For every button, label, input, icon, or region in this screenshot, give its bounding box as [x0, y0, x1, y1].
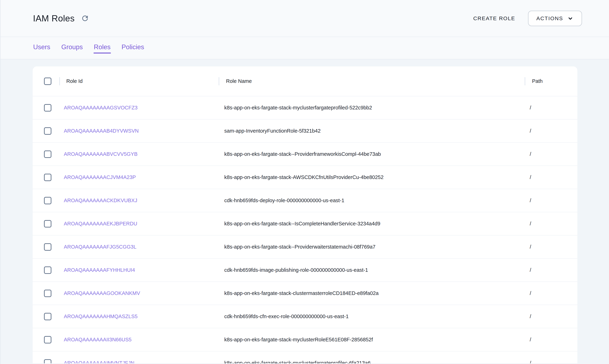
role-name-cell: sam-app-InventoryFunctionRole-5f321b42: [219, 119, 525, 143]
tab-roles[interactable]: Roles: [94, 42, 111, 53]
role-id-link[interactable]: AROAQAAAAAAAFJG5CGG3L: [64, 244, 136, 250]
role-path-cell: /: [525, 351, 577, 363]
column-header-path: Path: [525, 66, 577, 96]
role-name-cell: k8s-app-on-eks-fargate-stack--Providerwa…: [219, 235, 525, 259]
tab-policies[interactable]: Policies: [122, 42, 144, 53]
role-path-cell: /: [525, 282, 577, 305]
row-checkbox[interactable]: [44, 359, 51, 363]
create-role-button[interactable]: CREATE ROLE: [471, 11, 517, 26]
table-row: AROAQAAAAAAAGOOKANKMV k8s-app-on-eks-far…: [33, 282, 577, 305]
role-id-link[interactable]: AROAQAAAAAAAEKJBPERDU: [64, 221, 137, 226]
row-checkbox[interactable]: [44, 127, 51, 135]
role-id-link[interactable]: AROAQAAAAAAAGOOKANKMV: [64, 290, 140, 296]
role-id-link[interactable]: AROAQAAAAAAAIMVNTJFJN: [64, 360, 134, 364]
row-checkbox[interactable]: [44, 290, 51, 297]
role-id-link[interactable]: AROAQAAAAAAACKDKVUBXJ: [64, 198, 137, 203]
role-name-cell: cdk-hnb659fds-deploy-role-000000000000-u…: [219, 189, 525, 212]
role-path-cell: /: [525, 96, 577, 119]
role-id-link[interactable]: AROAQAAAAAAACJVM4A23P: [64, 174, 136, 180]
column-header-role-name: Role Name: [219, 66, 525, 96]
role-id-link[interactable]: AROAQAAAAAAAFYHHLHUI4: [64, 267, 135, 273]
content-area: Role Id Role Name Path AROAQAAAAAAAAGSVO…: [0, 59, 609, 363]
role-path-cell: /: [525, 189, 577, 212]
page: IAM Roles CREATE ROLE ACTIONS Users Grou…: [0, 0, 609, 364]
table-row: AROAQAAAAAAAB4DYVWSVN sam-app-InventoryF…: [33, 119, 577, 143]
row-checkbox[interactable]: [44, 220, 51, 228]
tab-users[interactable]: Users: [33, 42, 51, 53]
role-path-cell: /: [525, 328, 577, 351]
table-row: AROAQAAAAAAACJVM4A23P k8s-app-on-eks-far…: [33, 166, 577, 189]
role-path-cell: /: [525, 166, 577, 189]
table-row: AROAQAAAAAAAFYHHLHUI4 cdk-hnb659fds-imag…: [33, 259, 577, 282]
table-row: AROAQAAAAAAAEKJBPERDU k8s-app-on-eks-far…: [33, 212, 577, 235]
role-path-cell: /: [525, 235, 577, 259]
table-row: AROAQAAAAAAAAGSVOCFZ3 k8s-app-on-eks-far…: [33, 96, 577, 119]
role-path-cell: /: [525, 143, 577, 166]
role-name-cell: k8s-app-on-eks-fargate-stack-myclusterRo…: [219, 328, 525, 351]
table-row: AROAQAAAAAAACKDKVUBXJ cdk-hnb659fds-depl…: [33, 189, 577, 212]
table-row: AROAQAAAAAAAHMQASZLS5 cdk-hnb659fds-cfn-…: [33, 305, 577, 328]
role-path-cell: /: [525, 212, 577, 235]
select-all-checkbox[interactable]: [44, 78, 51, 85]
role-name-cell: k8s-app-on-eks-fargate-stack-myclusterfa…: [219, 351, 525, 363]
row-checkbox[interactable]: [44, 243, 51, 251]
row-checkbox[interactable]: [44, 151, 51, 158]
actions-button[interactable]: ACTIONS: [528, 11, 582, 26]
row-checkbox[interactable]: [44, 197, 51, 204]
tab-groups[interactable]: Groups: [61, 42, 83, 53]
role-id-link[interactable]: AROAQAAAAAAAII3N66US5: [64, 337, 132, 342]
role-id-link[interactable]: AROAQAAAAAAAB4DYVWSVN: [64, 128, 139, 134]
page-title: IAM Roles: [33, 13, 75, 24]
row-checkbox[interactable]: [44, 313, 51, 320]
table-row: AROAQAAAAAAAFJG5CGG3L k8s-app-on-eks-far…: [33, 235, 577, 259]
role-path-cell: /: [525, 259, 577, 282]
table-row: AROAQAAAAAAABVCVV5GYB k8s-app-on-eks-far…: [33, 143, 577, 166]
row-checkbox[interactable]: [44, 266, 51, 274]
role-name-cell: k8s-app-on-eks-fargate-stack-clustermast…: [219, 282, 525, 305]
iam-tabs: Users Groups Roles Policies: [0, 37, 609, 59]
role-name-cell: k8s-app-on-eks-fargate-stack--IsComplete…: [219, 212, 525, 235]
role-name-cell: k8s-app-on-eks-fargate-stack--Providerfr…: [219, 143, 525, 166]
role-id-link[interactable]: AROAQAAAAAAAAGSVOCFZ3: [64, 105, 138, 110]
role-path-cell: /: [525, 305, 577, 328]
role-id-link[interactable]: AROAQAAAAAAABVCVV5GYB: [64, 151, 138, 157]
roles-table: Role Id Role Name Path AROAQAAAAAAAAGSVO…: [33, 66, 577, 363]
table-header-row: Role Id Role Name Path: [33, 66, 577, 96]
chevron-down-icon: [567, 15, 574, 22]
role-name-cell: cdk-hnb659fds-cfn-exec-role-000000000000…: [219, 305, 525, 328]
role-name-cell: k8s-app-on-eks-fargate-stack-myclusterfa…: [219, 96, 525, 119]
refresh-icon: [81, 14, 89, 23]
row-checkbox[interactable]: [44, 336, 51, 343]
role-name-cell: cdk-hnb659fds-image-publishing-role-0000…: [219, 259, 525, 282]
table-row: AROAQAAAAAAAII3N66US5 k8s-app-on-eks-far…: [33, 328, 577, 351]
row-checkbox[interactable]: [44, 104, 51, 112]
role-id-link[interactable]: AROAQAAAAAAAHMQASZLS5: [64, 313, 138, 319]
column-header-role-id: Role Id: [60, 66, 219, 96]
role-path-cell: /: [525, 119, 577, 143]
row-checkbox[interactable]: [44, 174, 51, 181]
roles-table-card: Role Id Role Name Path AROAQAAAAAAAAGSVO…: [33, 66, 577, 363]
table-row: AROAQAAAAAAAIMVNTJFJN k8s-app-on-eks-far…: [33, 351, 577, 363]
table-body: AROAQAAAAAAAAGSVOCFZ3 k8s-app-on-eks-far…: [33, 96, 577, 363]
page-header: IAM Roles CREATE ROLE ACTIONS: [0, 0, 609, 37]
role-name-cell: k8s-app-on-eks-fargate-stack-AWSCDKCfnUt…: [219, 166, 525, 189]
actions-button-label: ACTIONS: [536, 15, 563, 21]
refresh-button[interactable]: [80, 13, 90, 23]
